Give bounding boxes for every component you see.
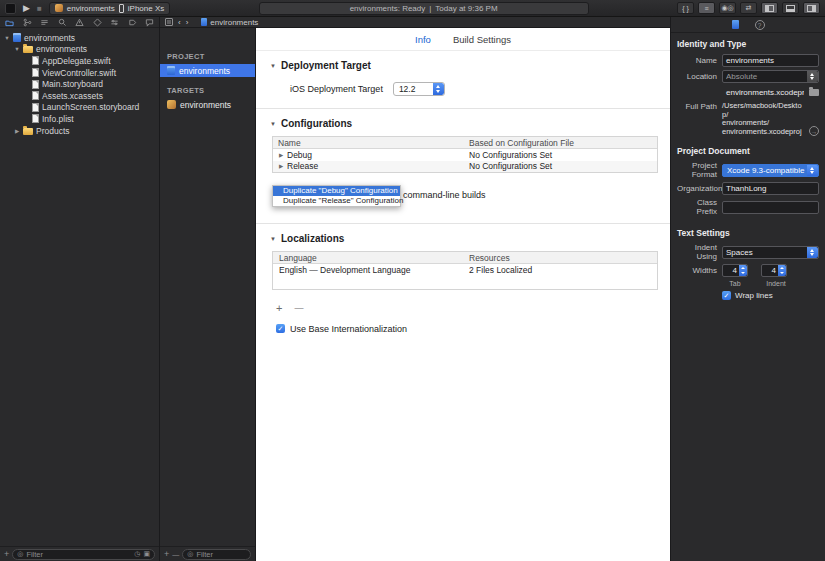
file-row-products[interactable]: ▶ Products	[0, 125, 159, 137]
row-disclosure-icon[interactable]: ▶	[278, 152, 284, 158]
indent-using-label: Indent Using	[677, 243, 717, 261]
remove-localization-button[interactable]: —	[294, 303, 303, 313]
main-toolbar: ▶ ■ environments iPhone Xs environments:…	[0, 0, 825, 17]
name-field[interactable]: environments	[722, 54, 819, 67]
issue-navigator-icon[interactable]	[75, 18, 84, 27]
project-filter-input[interactable]	[196, 550, 246, 559]
class-prefix-field[interactable]	[722, 201, 819, 214]
navigator-toggle-button[interactable]	[761, 2, 778, 14]
tab-info[interactable]: Info	[415, 34, 431, 45]
swift-file-icon	[32, 68, 39, 77]
assistant-editor-button[interactable]: ◉◎	[719, 2, 736, 14]
menu-item-duplicate-debug[interactable]: Duplicate "Debug" Configuration	[273, 186, 400, 196]
file-row-viewcontroller[interactable]: ViewController.swift	[0, 67, 159, 79]
stepper-arrows-icon[interactable]	[778, 265, 786, 276]
project-editor: Info Build Settings ▼ Deployment Target …	[256, 28, 670, 561]
organization-field[interactable]: ThanhLong	[722, 182, 819, 195]
assets-file-icon	[32, 91, 39, 100]
class-prefix-label: Class Prefix	[677, 198, 717, 216]
project-navigator-icon[interactable]	[5, 18, 14, 27]
project-format-dropdown[interactable]: Xcode 9.3-compatible	[722, 164, 819, 177]
symbol-navigator-icon[interactable]	[40, 18, 49, 27]
breakpoint-navigator-icon[interactable]	[128, 18, 137, 27]
standard-editor-button[interactable]: ≡	[698, 2, 715, 14]
recent-files-icon[interactable]: ◷	[134, 550, 140, 558]
config-row-debug[interactable]: ▶ Debug No Configurations Set	[273, 149, 657, 161]
storyboard-file-icon	[32, 103, 39, 112]
file-row-environments-project[interactable]: ▼ environments	[0, 32, 159, 44]
localizations-add-remove: + —	[276, 302, 670, 314]
editor-tab[interactable]: environments	[201, 18, 258, 27]
report-navigator-icon[interactable]	[145, 18, 154, 27]
config-row-release[interactable]: ▶ Release No Configurations Set	[273, 161, 657, 173]
file-inspector-tab-icon[interactable]	[732, 20, 739, 29]
project-filter-field[interactable]: ◎	[182, 549, 251, 560]
targets-header: TARGETS	[167, 86, 255, 95]
disclosure-open-icon[interactable]: ▼	[14, 46, 20, 52]
inspector-toggle-button[interactable]	[803, 2, 820, 14]
forward-button[interactable]: ›	[186, 18, 189, 27]
debug-navigator-icon[interactable]	[110, 18, 119, 27]
find-navigator-icon[interactable]	[58, 18, 67, 27]
run-button[interactable]: ▶	[23, 3, 30, 14]
device-icon	[119, 4, 124, 13]
related-items-icon[interactable]	[165, 18, 173, 26]
checkbox-checked[interactable]: ✓	[722, 291, 731, 300]
file-row-environments-group[interactable]: ▼ environments	[0, 44, 159, 56]
section-title-text: Configurations	[281, 118, 352, 129]
localization-row-english[interactable]: English — Development Language 2 Files L…	[273, 264, 657, 276]
source-control-status-icon[interactable]: ▣	[143, 550, 150, 558]
checkbox-checked[interactable]: ✓	[276, 324, 285, 333]
section-disclosure-icon[interactable]: ▼	[270, 121, 276, 127]
tab-width-stepper[interactable]: 4	[722, 264, 748, 277]
file-row-assets[interactable]: Assets.xcassets	[0, 90, 159, 102]
file-row-appdelegate[interactable]: AppDelegate.swift	[0, 55, 159, 67]
back-button[interactable]: ‹	[178, 18, 181, 27]
code-snippet-button[interactable]: { }	[677, 2, 694, 14]
row-disclosure-icon[interactable]: ▶	[278, 163, 284, 169]
path-line: /Users/macbook/Desktop/	[722, 101, 802, 119]
stop-button[interactable]: ■	[37, 3, 42, 14]
add-localization-button[interactable]: +	[276, 302, 282, 314]
remove-target-button[interactable]: —	[172, 549, 179, 560]
plist-file-icon	[32, 114, 39, 123]
indent-width-stepper[interactable]: 4	[761, 264, 787, 277]
navigator-filter-input[interactable]	[26, 550, 131, 559]
navigator-tab-strip	[0, 17, 159, 28]
indent-caption: Indent	[761, 280, 791, 287]
ios-deployment-dropdown[interactable]: 12.2	[393, 82, 445, 96]
config-name: Release	[287, 161, 318, 171]
source-control-navigator-icon[interactable]	[23, 18, 32, 27]
reveal-in-finder-icon[interactable]: →	[809, 126, 819, 136]
debug-area-toggle-button[interactable]	[782, 2, 799, 14]
disclosure-closed-icon[interactable]: ▶	[14, 128, 20, 134]
status-time-text: Today at 9:36 PM	[435, 4, 497, 13]
add-target-button[interactable]: +	[164, 549, 169, 560]
section-disclosure-icon[interactable]: ▼	[270, 63, 276, 69]
choose-location-folder-icon[interactable]	[809, 89, 819, 96]
add-button[interactable]: +	[4, 549, 9, 560]
help-inspector-tab-icon[interactable]: ?	[755, 20, 765, 30]
disclosure-open-icon[interactable]: ▼	[4, 35, 10, 41]
navigator-filter-field[interactable]: ◎ ◷ ▣	[12, 549, 155, 560]
menu-item-duplicate-release[interactable]: Duplicate "Release" Configuration	[273, 196, 400, 206]
location-dropdown[interactable]: Absolute	[722, 70, 819, 83]
version-editor-button[interactable]: ⇄	[740, 2, 757, 14]
localization-language: English — Development Language	[273, 265, 465, 275]
target-item-environments[interactable]: environments	[160, 98, 255, 111]
tab-build-settings[interactable]: Build Settings	[453, 34, 511, 45]
file-tree: ▼ environments ▼ environments AppDelegat…	[0, 29, 159, 545]
indent-using-dropdown[interactable]: Spaces	[722, 246, 819, 259]
file-row-main-storyboard[interactable]: Main.storyboard	[0, 78, 159, 90]
file-row-infoplist[interactable]: Info.plist	[0, 113, 159, 125]
file-name-row: environments.xcodeproj	[677, 86, 819, 99]
file-row-launchscreen[interactable]: LaunchScreen.storyboard	[0, 102, 159, 114]
project-item-environments[interactable]: environments	[160, 64, 255, 77]
stepper-arrows-icon[interactable]	[739, 265, 747, 276]
file-label: LaunchScreen.storyboard	[42, 102, 139, 112]
scheme-selector[interactable]: environments iPhone Xs	[49, 2, 171, 15]
wrap-lines-label: Wrap lines	[735, 291, 773, 300]
section-disclosure-icon[interactable]: ▼	[270, 236, 276, 242]
location-row: Location Absolute	[677, 70, 819, 83]
test-navigator-icon[interactable]	[93, 18, 102, 27]
